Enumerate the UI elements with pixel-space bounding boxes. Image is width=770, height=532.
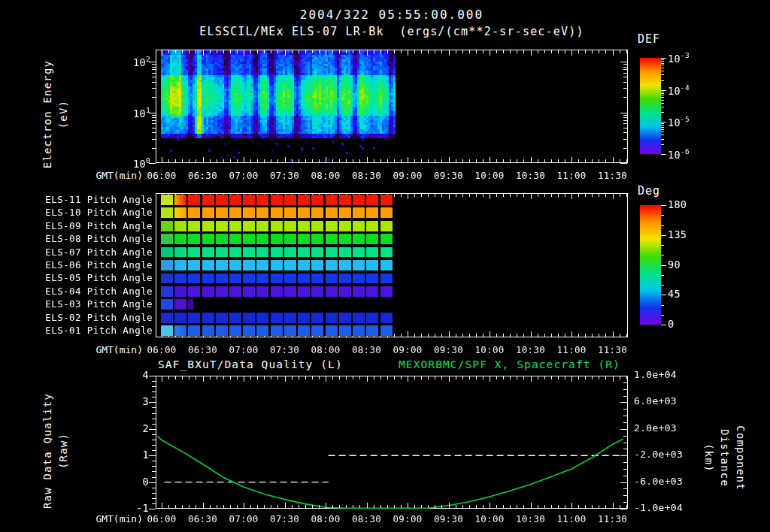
def-colorbar-minor-tick [661,129,664,130]
pitch-cell [271,286,283,297]
pitch-row-label: ELS-09 Pitch Angle [30,220,153,231]
energy-minor-tick [623,123,627,124]
time-tick [230,376,231,379]
pitch-cell [256,260,268,271]
pitch-cell [216,274,228,284]
time-tick [531,503,532,508]
pitch-cell [311,195,323,205]
pitch-cell [202,247,214,258]
pitch-cell [271,207,283,218]
time-tick [571,503,572,508]
time-tick-label: 07:00 [226,170,261,181]
time-tick [421,50,422,53]
time-tick [510,50,511,53]
time-tick [503,194,504,197]
def-colorbar-minor-tick [661,135,664,135]
time-tick [332,159,333,162]
energy-minor-tick [152,132,156,133]
energy-minor-tick [152,82,156,83]
pitch-cell [284,325,296,336]
time-tick [237,159,238,162]
energy-minor-tick [623,128,627,128]
time-tick [496,505,497,508]
pitch-cell [380,325,393,336]
time-tick [394,376,395,379]
deg-colorbar-tick [661,295,666,295]
deg-colorbar-tick [661,205,666,206]
pitch-cell [284,274,296,284]
time-tick [264,376,265,379]
time-tick [538,505,538,508]
km-minor-tick [623,416,627,416]
pitch-row-label: ELS-04 Pitch Angle [30,286,153,297]
time-tick [210,505,211,508]
pitch-cell [174,286,186,297]
pitch-cell [298,207,310,218]
time-tick [449,331,450,337]
time-tick [565,50,565,53]
time-tick [421,376,422,379]
time-tick [244,376,244,382]
pitch-cell [256,207,268,218]
def-colorbar-minor-tick [661,74,664,75]
time-tick [558,194,559,197]
time-tick-label: 10:30 [514,513,548,524]
time-tick [414,194,415,197]
time-tick [544,505,545,508]
time-tick [319,505,320,508]
time-tick [182,50,183,53]
def-colorbar-tick [661,58,666,59]
raw-minor-tick [152,407,156,408]
pitch-cell [229,260,241,271]
pitch-cell [311,260,323,271]
time-tick [168,50,169,53]
time-tick [496,50,497,53]
time-tick [538,50,538,53]
time-tick [571,194,572,199]
time-tick [285,503,286,508]
time-tick [551,194,552,197]
time-tick [626,159,627,162]
raw-major-tick [149,509,156,509]
time-tick [620,50,620,53]
time-tick [476,159,477,162]
time-tick [353,376,353,379]
time-tick [496,194,497,197]
time-tick [271,505,271,508]
time-tick [319,159,320,162]
time-tick [585,376,586,379]
def-colorbar-minor-tick [661,95,664,95]
time-tick [613,503,614,508]
time-tick [571,376,572,382]
time-tick [380,505,381,508]
time-tick [408,376,408,382]
pitch-cell [366,274,378,284]
time-tick [168,159,169,162]
time-tick [305,505,306,508]
energy-minor-tick [152,77,156,77]
time-tick [544,194,545,197]
pitch-cell [174,274,186,284]
time-tick [523,194,524,197]
pitch-cell [202,207,214,218]
pitch-cell [256,247,268,258]
time-tick [401,376,402,379]
time-tick [599,505,599,508]
pitch-cell [188,260,200,271]
time-tick [230,159,231,162]
pitch-cell [339,313,351,323]
time-tick [250,50,251,53]
km-minor-tick [623,389,627,390]
km-minor-tick [623,422,627,423]
time-tick [585,505,586,508]
pitch-cell [271,260,283,271]
energy-minor-tick [623,117,627,118]
time-tick [414,334,415,337]
pitch-cell [174,207,186,218]
time-tick [292,376,293,379]
km-minor-tick [623,462,627,463]
time-tick [551,505,552,508]
time-tick [332,50,333,53]
pitch-cell [298,247,310,258]
pitch-cell [243,234,255,244]
